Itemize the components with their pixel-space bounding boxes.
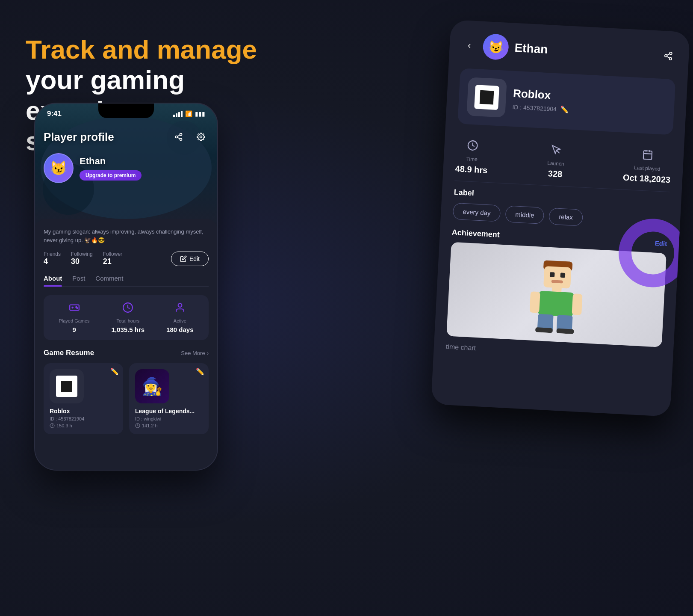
tab-post[interactable]: Post [72,275,85,286]
tag-every-day[interactable]: every day [453,203,501,222]
phone-title-row: Player profile [44,129,209,145]
league-edit-icon[interactable]: ✏️ [196,367,204,376]
roblox-game-card[interactable]: ✏️ Roblox ID : 4537821904 150.3 h [44,363,123,434]
league-logo: 🧙‍♀️ [142,376,163,397]
played-games-value: 9 [72,326,76,333]
avatar: 😼 [44,153,74,183]
roblox-logo [56,376,77,397]
league-game-image: 🧙‍♀️ [135,369,169,403]
headline-highlight: Track and manage [26,35,257,64]
profile-name: Ethan [80,156,142,167]
game-resume-title: Game Resume [44,349,94,357]
launch-icon [551,144,563,158]
time-value: 48.9 hrs [455,164,488,175]
card-edit-pencil-icon[interactable]: ✏️ [560,105,569,114]
svg-rect-28 [552,287,562,292]
svg-rect-29 [538,291,574,317]
phone-header: Player profile [35,129,217,190]
bio-text: My gaming slogan: always improving, alwa… [44,228,209,244]
following-stat: Following 30 [71,251,93,266]
detail-card: ‹ 😼 Ethan Roblox ID : 4537821904 ✏️ [431,20,690,417]
league-game-card[interactable]: ✏️ 🧙‍♀️ League of Legends... ID : wingki… [129,363,209,434]
status-icons: 📶 ▮▮▮ [173,110,205,117]
friends-value: 4 [44,257,48,266]
svg-rect-25 [550,272,555,277]
roblox-logo-inner [61,381,72,392]
status-time: 9:41 [47,110,62,118]
settings-icon[interactable] [193,129,209,145]
phone-frame: 9:41 📶 ▮▮▮ Player profile [34,103,218,471]
see-more-btn[interactable]: See More › [181,350,209,356]
card-avatar: 😼 [482,33,509,60]
roblox-game-id: ID : 4537821904 [50,416,117,421]
game-info-card: Roblox ID : 4537821904 ✏️ [457,68,675,135]
tab-about[interactable]: About [44,275,62,286]
back-button[interactable]: ‹ [461,37,478,53]
time-stat: Time 48.9 hrs [455,139,489,175]
premium-badge[interactable]: Upgrade to premium [80,170,142,181]
active-stat: Active 180 days [166,302,193,333]
last-played-label: Last played [634,165,661,172]
edit-label: Edit [189,255,200,262]
tab-comment[interactable]: Comment [95,275,123,286]
signal-bar-2 [176,113,177,117]
gamepad-icon [69,302,80,316]
svg-point-0 [180,133,182,136]
card-share-icon[interactable] [659,47,677,65]
stats-grid: Played Games 9 Total hours 1,035.5 hrs [44,295,209,340]
svg-rect-31 [572,293,582,315]
phone-title: Player profile [44,130,114,144]
battery-icon: ▮▮▮ [195,110,205,117]
person-icon [174,302,186,316]
launch-value: 328 [548,169,563,179]
following-value: 30 [71,257,80,266]
roblox-logo-large [474,85,499,110]
svg-rect-30 [530,291,540,313]
svg-line-3 [177,137,180,139]
svg-line-17 [667,53,669,55]
roblox-game-name: Roblox [50,408,117,415]
following-label: Following [71,251,93,257]
played-games-label: Played Games [59,318,89,323]
played-games-stat: Played Games 9 [59,302,89,333]
follower-value: 21 [103,257,112,266]
game-details: Roblox ID : 4537821904 ✏️ [512,87,666,119]
tag-relax[interactable]: relax [549,208,583,226]
svg-rect-24 [543,266,572,289]
follower-stat: Follower 21 [103,251,122,266]
roblox-time-value: 150.3 h [56,423,72,428]
edit-button[interactable]: Edit [171,252,209,266]
game-resume-header: Game Resume See More › [44,349,209,357]
launch-label: Launch [547,160,564,167]
league-game-name: League of Legends... [135,408,203,415]
roblox-edit-icon[interactable]: ✏️ [110,367,119,376]
card-header: ‹ 😼 Ethan [461,32,677,69]
tab-row: About Post Comment [44,275,209,287]
friends-stat: Friends 4 [44,251,61,266]
card-username: Ethan [514,41,548,56]
svg-rect-26 [560,272,565,278]
svg-point-8 [77,308,77,308]
total-hours-stat: Total hours 1,035.5 hrs [112,302,145,333]
roblox-character-svg [525,255,588,335]
share-icon[interactable] [171,129,186,145]
tag-middle[interactable]: middle [505,205,544,224]
roblox-inner-large [480,90,494,105]
svg-rect-34 [535,327,553,333]
profile-info-row: 😼 Ethan Upgrade to premium [44,153,209,183]
see-more-label: See More [181,350,205,356]
phone-mockup: 9:41 📶 ▮▮▮ Player profile [34,103,218,471]
svg-point-1 [176,136,178,138]
league-time-value: 141.2 h [142,423,158,428]
wifi-icon: 📶 [185,110,192,117]
signal-bar-3 [178,112,180,117]
game-logo-large [466,77,507,118]
phone-notch [98,104,154,118]
last-played-stat: Last played Oct 18,2023 [622,148,672,185]
friends-label: Friends [44,251,61,257]
phone-content: My gaming slogan: always improving, alwa… [35,219,217,470]
svg-rect-35 [556,329,574,334]
svg-line-22 [644,154,652,154]
clock-icon [122,302,133,316]
games-row: ✏️ Roblox ID : 4537821904 150.3 h [44,363,209,434]
